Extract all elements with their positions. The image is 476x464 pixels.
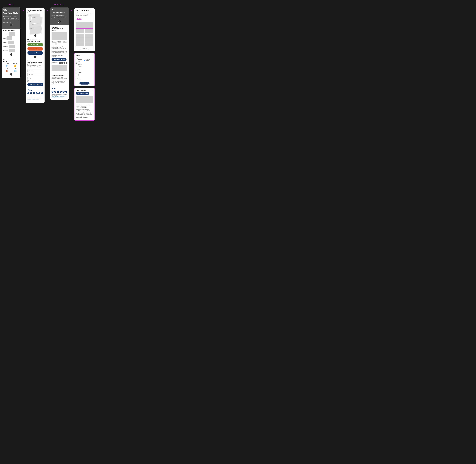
cape-detail-tags-1: Northeast Spring Summer [76,104,93,106]
arrow-detail-to-results: → [46,4,49,12]
tag-mix: Mix of both [56,43,62,45]
privacy-checkbox[interactable] [27,80,29,82]
share-linkedin-icon[interactable]: in [66,62,67,64]
tag-summer: Summer [62,41,67,43]
results-phone: Vrbo Vrbo Vacay Finder Ready to tap into… [50,8,69,100]
filter-beach-checkbox[interactable] [76,79,77,80]
region-west[interactable]: West [3,36,19,40]
results-ready-text: Ready to tap into your travel destiny? Y… [51,15,67,18]
destination-tags-2: Beach Mix of both [51,43,67,45]
southwest-map [9,32,15,36]
quiz-header-label: QUIZ [9,4,14,6]
region-southwest[interactable]: Southwest [3,32,19,36]
results-facebook-icon[interactable]: f [51,91,53,93]
quiz-scroll-down-arrow[interactable]: ↓ [10,24,12,26]
email-input[interactable] [27,77,43,80]
grid-img-6[interactable] [85,38,93,42]
inspired-title: Get inspired together [51,75,67,76]
results-twitter-icon[interactable]: t [62,91,64,93]
filters-btn-label: Filters [78,18,81,19]
region-scroll-arrow[interactable]: ↓ [10,53,12,56]
option-mix-of-both[interactable]: A mix of both [27,51,43,55]
filters-button[interactable]: ⚙ Filters [76,17,82,19]
twitter-icon[interactable]: t [38,92,40,94]
option-pure-relaxation[interactable]: Pure relaxation [27,43,43,47]
filter-spring-checkbox[interactable] [76,70,77,71]
see-more-button[interactable]: See more [80,47,89,50]
share-facebook-icon[interactable]: f [61,62,63,64]
results-scroll-arrow[interactable]: ↓ [58,20,61,23]
filter-southeast: Southeast [76,66,82,67]
filter-setting-section: Setting Beach [76,77,93,80]
season-winter[interactable]: Winter ❄️ [11,68,19,72]
pinterest-icon[interactable]: P [36,92,38,94]
last-name-input[interactable] [27,73,43,76]
options-scroll-arrow[interactable]: ↓ [34,55,37,58]
filter-west-checkbox[interactable] [76,61,77,62]
perfect-day-section: What's your idea of a perfect day on vac… [26,39,45,60]
youtube-icon[interactable]: ▶ [41,92,43,94]
highlighted-destination-image[interactable] [76,22,93,29]
filter-winter-checkbox[interactable] [76,75,77,76]
filter-midwest-checkbox[interactable] [76,62,77,64]
share-twitter-icon[interactable]: t [63,62,65,64]
results-footer-links[interactable]: Terms and Conditions · Privacy Policy · … [51,96,67,98]
grid-img-5[interactable] [76,38,84,42]
cape-detail-close-button[interactable]: ✕ [92,89,93,91]
see-results-button[interactable]: See results [79,82,89,85]
grid-img-4[interactable] [85,34,93,38]
postcard-scroll-arrow[interactable]: ↓ [34,34,37,37]
region-midwest[interactable]: Midwest [3,41,19,44]
cape-detail-plan-button[interactable]: Start planning your trip [76,92,89,95]
filters-close-button[interactable]: ✕ [92,54,93,56]
linkedin-icon[interactable]: in [33,92,35,94]
southeast-map [9,49,15,52]
filter-summer: Summer [76,72,93,73]
grid-img-7[interactable] [76,42,84,46]
season-spring[interactable]: Spring ❄️ [3,63,11,67]
option-nonstop-activities[interactable]: Non-stop activities [27,47,43,50]
filter-southeast-checkbox[interactable] [76,66,77,67]
season-scroll-arrow[interactable]: ↓ [10,73,12,76]
results-start-planning-button[interactable]: Start planning your trip [51,58,67,61]
results-pinterest-icon[interactable]: P [60,91,62,93]
filter-fall-checkbox[interactable] [76,74,77,75]
filters-overlay: Filters ✕ Region Southwest W [74,53,95,86]
season-fall[interactable]: Fall 🍂 [3,68,11,72]
filter-southwest-checkbox[interactable] [76,59,77,60]
filter-summer-checkbox[interactable] [76,72,77,73]
grid-img-2[interactable] [85,29,93,33]
quiz-vrbo-logo: Vrbo [3,9,19,11]
results-linkedin-icon[interactable]: in [57,91,59,93]
footer-links[interactable]: Terms and Conditions · Privacy Policy · … [27,97,43,100]
form-subtitle: It's easy to get there! Just enter your … [27,65,43,68]
instagram-icon[interactable]: 📷 [30,92,32,94]
cape-detail-description: Pack your bags for New England's delight… [76,109,93,118]
grid-img-1[interactable] [76,29,84,33]
grid-img-3[interactable] [76,34,84,38]
facebook-icon[interactable]: f [27,92,29,94]
tag-beach: Beach [51,43,56,45]
filter-default-checkbox[interactable] [84,59,85,61]
region-northeast[interactable]: Northeast [3,45,19,48]
share-label: Share with your fam [51,62,58,64]
results-instagram-icon[interactable]: 📷 [54,91,56,93]
postcard-stack: Beach Mountains City Lake Surprise me! [27,14,43,33]
cape-tag-beach: Beach [76,106,80,108]
cape-detail-tags-2: Beach Mix of both [76,106,93,108]
filter-fall: Fall [76,74,93,75]
filter-default-option: Checkbox default [84,59,93,61]
follow-bliss-button[interactable]: Follow your travel bliss [27,83,43,86]
filter-northeast-checkbox[interactable] [76,64,77,65]
explore-header: There's even more to explore Select filt… [74,8,95,22]
first-name-input[interactable] [27,69,43,72]
season-summer[interactable]: Summer ☀️ [11,63,19,67]
quiz-tagline: Ready. Set. Go! [3,22,19,23]
results-uncover-text: Uncover your big adventure below. [51,18,67,19]
destination-calling-title: Cape Cod, Massachusetts is calling! [51,26,67,31]
grid-img-8[interactable] [85,42,93,46]
results-youtube-icon[interactable]: ▶ [65,91,67,93]
share-link-icon[interactable]: 🔗 [59,62,61,64]
region-southeast[interactable]: Southeast [3,49,19,52]
footer-vrbo-logo: Vrbo [27,89,43,91]
